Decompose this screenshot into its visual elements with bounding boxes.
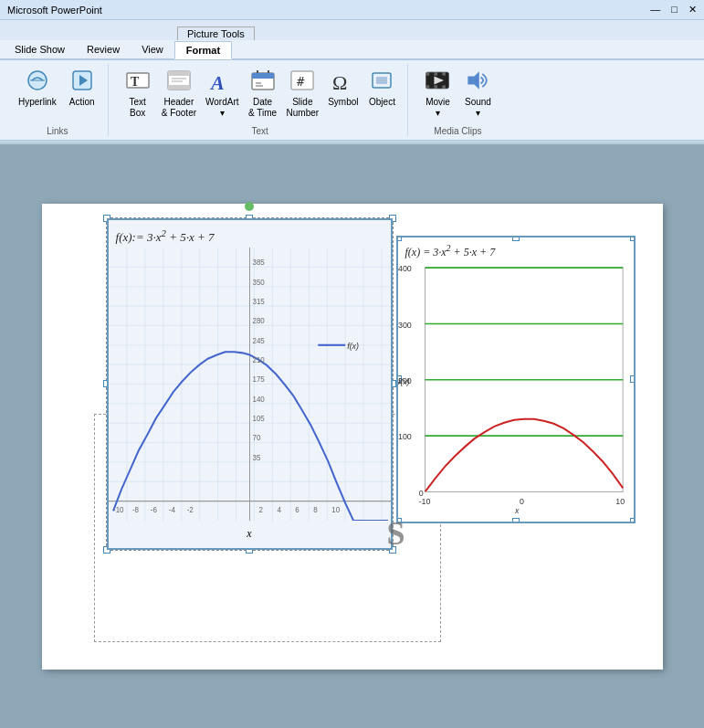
media-group-label: Media Clips [434, 126, 481, 136]
sel-handle-r-tc[interactable] [512, 236, 520, 241]
svg-rect-22 [376, 77, 387, 84]
slide-canvas: f(x):= 3·x2 + 5·x + 7 [42, 204, 663, 670]
movie-label: Movie▾ [426, 97, 450, 119]
symbol-button[interactable]: Ω Symbol [324, 64, 362, 110]
slide-area: f(x):= 3·x2 + 5·x + 7 [0, 144, 704, 728]
svg-text:0: 0 [519, 496, 523, 505]
svg-text:-10: -10 [418, 496, 430, 505]
title-bar: Microsoft PowerPoint — □ ✕ [0, 0, 704, 20]
ribbon-group-media: Movie▾ Sound▾ Media Clips [412, 64, 503, 136]
left-graph-box[interactable]: f(x):= 3·x2 + 5·x + 7 [106, 217, 394, 551]
svg-text:280: 280 [252, 317, 265, 325]
ribbon: Hyperlink Action Links T [0, 60, 704, 141]
slidenumber-label: SlideNumber [287, 97, 320, 119]
object-icon [367, 66, 396, 95]
textbox-icon: T [123, 66, 152, 95]
svg-rect-8 [168, 85, 190, 90]
header-footer-label: Header& Footer [162, 97, 196, 119]
svg-text:105: 105 [252, 414, 265, 422]
action-label: Action [69, 97, 95, 108]
ribbon-group-links: Hyperlink Action Links [7, 64, 109, 136]
svg-text:300: 300 [398, 320, 412, 329]
svg-text:-4: -4 [168, 506, 174, 514]
app-name: Microsoft PowerPoint [7, 5, 102, 16]
wordart-icon: A [207, 66, 236, 95]
movie-button[interactable]: Movie▾ [419, 64, 456, 121]
svg-text:-2: -2 [186, 506, 193, 514]
svg-text:f(x): f(x) [398, 376, 410, 385]
left-graph-svg: 385 350 315 280 245 210 175 140 105 70 3… [109, 248, 391, 521]
links-group-label: Links [47, 126, 68, 136]
left-graph-inner: f(x):= 3·x2 + 5·x + 7 [107, 218, 393, 550]
svg-text:350: 350 [252, 278, 265, 286]
textbox-button[interactable]: T TextBox [120, 64, 156, 121]
header-footer-icon [164, 66, 194, 95]
header-footer-button[interactable]: Header& Footer [158, 64, 200, 121]
sel-handle-r-tr[interactable] [630, 236, 636, 241]
sound-label: Sound▾ [465, 97, 491, 119]
svg-text:f(x): f(x) [347, 341, 359, 350]
svg-text:70: 70 [252, 434, 260, 442]
sound-button[interactable]: Sound▾ [459, 64, 496, 121]
action-button[interactable]: Action [64, 64, 100, 110]
svg-text:-8: -8 [131, 506, 138, 514]
svg-rect-24 [426, 72, 430, 76]
svg-rect-7 [168, 71, 190, 76]
svg-marker-31 [468, 71, 479, 90]
svg-rect-27 [426, 85, 430, 89]
right-graph-svg: 400 300 200 100 0 f(x) -10 0 10 x [398, 263, 634, 515]
right-graph-box[interactable]: f(x) = 3·x2 + 5·x + 7 400 300 [396, 236, 636, 523]
tab-slideshow[interactable]: Slide Show [4, 40, 76, 58]
close-btn[interactable]: ✕ [688, 4, 697, 16]
svg-text:245: 245 [252, 336, 265, 344]
restore-btn[interactable]: □ [671, 4, 678, 16]
hyperlink-label: Hyperlink [18, 97, 57, 108]
wordart-label: WordArt▾ [205, 97, 239, 119]
svg-rect-26 [443, 72, 447, 76]
slidenumber-icon: # [288, 66, 317, 95]
svg-text:10: 10 [331, 506, 340, 514]
svg-text:2: 2 [258, 506, 263, 514]
svg-text:210: 210 [252, 355, 265, 364]
sel-handle-r-br[interactable] [630, 518, 636, 523]
svg-text:x: x [514, 505, 520, 514]
symbol-icon: Ω [329, 66, 358, 95]
svg-text:385: 385 [252, 258, 265, 266]
sel-handle-r-bc[interactable] [512, 518, 520, 523]
action-icon [68, 66, 97, 95]
minimize-btn[interactable]: — [650, 4, 660, 16]
svg-text:35: 35 [252, 453, 260, 461]
object-label: Object [369, 97, 395, 108]
svg-text:A: A [209, 71, 225, 94]
svg-text:#: # [297, 74, 305, 89]
hyperlink-icon [23, 66, 52, 95]
svg-rect-29 [443, 85, 447, 89]
datetime-button[interactable]: Date& Time [245, 64, 281, 121]
svg-text:6: 6 [295, 506, 299, 514]
slidenumber-button[interactable]: # SlideNumber [283, 64, 323, 121]
svg-text:-6: -6 [150, 506, 156, 514]
sel-handle-r-tl[interactable] [396, 236, 402, 241]
svg-text:100: 100 [398, 432, 412, 441]
ribbon-group-text: T TextBox Header& Footer [112, 64, 409, 136]
svg-text:Ω: Ω [332, 71, 347, 94]
tab-review[interactable]: Review [76, 40, 131, 58]
left-x-axis-label: x [247, 527, 251, 541]
svg-rect-13 [252, 73, 274, 79]
object-button[interactable]: Object [363, 64, 400, 110]
svg-text:140: 140 [252, 395, 265, 403]
symbol-label: Symbol [328, 97, 358, 108]
left-formula: f(x):= 3·x2 + 5·x + 7 [116, 227, 215, 245]
tab-view[interactable]: View [131, 40, 174, 58]
right-formula: f(x) = 3·x2 + 5·x + 7 [405, 243, 496, 259]
datetime-icon [248, 66, 278, 95]
svg-text:8: 8 [313, 506, 318, 514]
svg-rect-28 [435, 85, 438, 89]
tab-format[interactable]: Format [174, 41, 232, 59]
rotation-handle-left[interactable] [245, 202, 254, 211]
textbox-label: TextBox [130, 97, 146, 119]
sound-icon [463, 66, 492, 95]
svg-text:10: 10 [615, 496, 625, 505]
hyperlink-button[interactable]: Hyperlink [15, 64, 60, 110]
wordart-button[interactable]: A WordArt▾ [202, 64, 243, 121]
